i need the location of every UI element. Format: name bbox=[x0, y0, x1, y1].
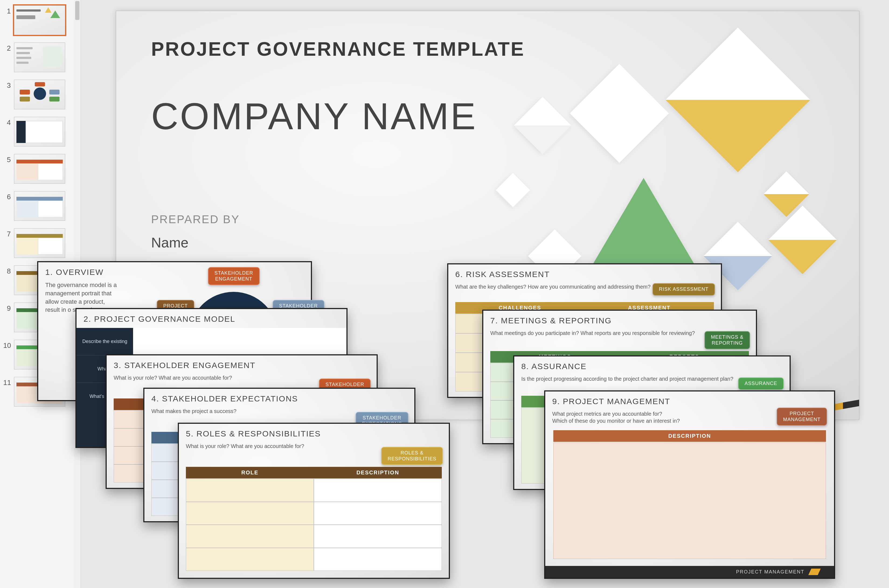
thumbnail-number: 1 bbox=[3, 5, 14, 15]
footer-label: PROJECT MANAGEMENT bbox=[736, 569, 805, 575]
thumbnail-number: 5 bbox=[3, 154, 14, 164]
thumbnail-2[interactable]: 2 bbox=[3, 42, 72, 72]
thumbnail-preview bbox=[14, 80, 65, 109]
tag-risk: RISK ASSESSMENT bbox=[653, 283, 715, 296]
diamond-icon bbox=[665, 27, 810, 172]
thumbnail-preview bbox=[14, 191, 65, 221]
thumbnail-number: 10 bbox=[3, 340, 14, 350]
thumbnail-3[interactable]: 3 bbox=[3, 80, 72, 109]
col-header: DESCRIPTION bbox=[554, 430, 826, 442]
thumbnail-preview bbox=[14, 42, 65, 72]
tag-roles: ROLES & RESPONSIBILITIES bbox=[381, 447, 443, 465]
tag-meetings: MEETINGS & REPORTING bbox=[704, 331, 750, 349]
table-body bbox=[186, 479, 442, 571]
thumbnail-number: 9 bbox=[3, 303, 14, 313]
card-title: 1. OVERVIEW bbox=[45, 268, 104, 277]
thumbnail-preview bbox=[14, 5, 65, 35]
triangle-icon bbox=[590, 178, 698, 270]
col-header: ROLE bbox=[186, 467, 314, 478]
prepared-by-label: PREPARED BY bbox=[151, 213, 240, 226]
card-title: 9. PROJECT MANAGEMENT bbox=[552, 397, 670, 406]
card-subtitle: What are the key challenges? How are you… bbox=[455, 284, 651, 290]
card-title: 2. PROJECT GOVERNANCE MODEL bbox=[84, 315, 235, 324]
tag-assurance: ASSURANCE bbox=[738, 378, 784, 390]
thumbnail-4[interactable]: 4 bbox=[3, 117, 72, 147]
card-subtitle: What is your role? What are you accounta… bbox=[186, 443, 304, 449]
card-title: 8. ASSURANCE bbox=[521, 362, 587, 371]
card-subtitle-2: Which of these do you monitor or have an… bbox=[552, 418, 680, 424]
diamond-icon bbox=[514, 97, 571, 154]
card-subtitle: What is your role? What are you accounta… bbox=[114, 375, 232, 381]
thumbnail-preview bbox=[14, 154, 65, 184]
card-title: 4. STAKEHOLDER EXPECTATIONS bbox=[151, 394, 298, 403]
thumbnail-number: 7 bbox=[3, 228, 14, 238]
card-subtitle: Is the project progressing according to … bbox=[521, 376, 733, 382]
diamond-icon bbox=[570, 64, 669, 163]
thumbnail-number: 4 bbox=[3, 117, 14, 127]
card-title: 3. STAKEHOLDER ENGAGEMENT bbox=[114, 361, 256, 370]
company-name: COMPANY NAME bbox=[151, 94, 477, 138]
thumbnail-preview bbox=[14, 228, 65, 258]
card-title: 6. RISK ASSESSMENT bbox=[455, 270, 550, 279]
prepared-by-name: Name bbox=[151, 234, 189, 250]
thumbnail-number: 8 bbox=[3, 266, 14, 275]
side-item: Describe the existing bbox=[77, 328, 133, 356]
thumbnail-number: 3 bbox=[3, 80, 14, 90]
card-subtitle: What makes the project a success? bbox=[151, 408, 236, 414]
thumbnail-preview bbox=[14, 117, 65, 147]
thumbnail-number: 6 bbox=[3, 191, 14, 201]
slide-title: PROJECT GOVERNANCE TEMPLATE bbox=[151, 38, 525, 60]
thumbnail-6[interactable]: 6 bbox=[3, 191, 72, 221]
table-body bbox=[554, 442, 826, 559]
thumbnail-7[interactable]: 7 bbox=[3, 228, 72, 258]
card-footer: PROJECT MANAGEMENT bbox=[545, 566, 834, 578]
thumbnail-number: 2 bbox=[3, 42, 14, 52]
table-header: DESCRIPTION bbox=[554, 430, 826, 442]
tag-stakeholder-engagement: STAKEHOLDER ENGAGEMENT bbox=[208, 267, 260, 285]
card-project-management[interactable]: 9. PROJECT MANAGEMENT What project metri… bbox=[544, 390, 835, 579]
thumbnail-5[interactable]: 5 bbox=[3, 154, 72, 184]
table-header: ROLE DESCRIPTION bbox=[186, 467, 442, 478]
tag-project-management: PROJECT MANAGEMENT bbox=[777, 408, 827, 426]
card-roles-responsibilities[interactable]: 5. ROLES & RESPONSIBILITIES What is your… bbox=[178, 423, 450, 579]
col-header: DESCRIPTION bbox=[314, 467, 442, 478]
card-subtitle: What project metrics are you accountable… bbox=[552, 411, 662, 417]
card-title: 7. MEETINGS & REPORTING bbox=[490, 316, 612, 325]
card-title: 5. ROLES & RESPONSIBILITIES bbox=[186, 429, 321, 438]
diamond-icon bbox=[496, 173, 530, 207]
diamond-icon bbox=[768, 206, 837, 274]
card-subtitle: What meetings do you participate in? Wha… bbox=[490, 330, 695, 336]
thumbnail-number: 11 bbox=[3, 377, 14, 387]
thumbnail-1[interactable]: 1 bbox=[3, 5, 72, 35]
